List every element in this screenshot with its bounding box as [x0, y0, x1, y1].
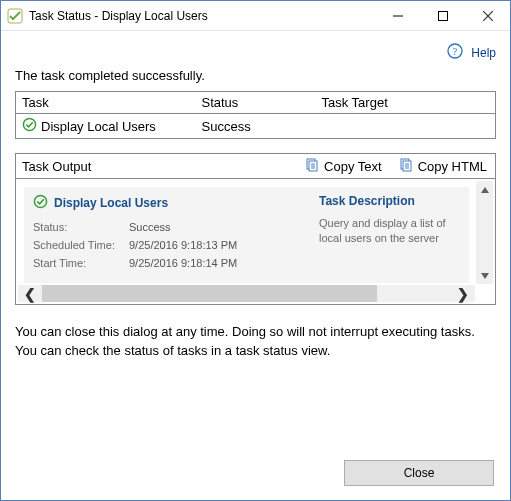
output-task-name: Display Local Users	[54, 196, 168, 210]
summary-header-row: Task Status Task Target	[16, 92, 496, 114]
scroll-right-icon[interactable]: ❯	[451, 285, 475, 302]
start-time-value: 9/25/2016 9:18:14 PM	[129, 256, 237, 271]
task-description-text: Query and display a list of local users …	[319, 216, 460, 247]
help-icon[interactable]: ?	[447, 43, 463, 62]
task-description-title: Task Description	[319, 194, 460, 208]
copy-html-label: Copy HTML	[418, 159, 487, 174]
table-row[interactable]: Display Local Users Success	[16, 114, 496, 139]
success-icon	[22, 117, 37, 135]
copy-text-button[interactable]: Copy Text	[296, 154, 390, 178]
close-window-button[interactable]	[465, 1, 510, 30]
task-target-cell	[316, 114, 496, 139]
task-status-cell: Success	[196, 114, 316, 139]
col-task: Task	[16, 92, 196, 114]
success-icon	[33, 194, 48, 212]
scroll-track[interactable]	[42, 285, 451, 302]
svg-text:?: ?	[453, 46, 458, 57]
scroll-up-icon[interactable]	[476, 181, 493, 198]
horizontal-scrollbar[interactable]: ❮ ❯	[18, 285, 475, 302]
task-name-cell: Display Local Users	[41, 119, 156, 134]
start-time-label: Start Time:	[33, 256, 129, 271]
maximize-button[interactable]	[420, 1, 465, 30]
scroll-left-icon[interactable]: ❮	[18, 285, 42, 302]
scheduled-time-value: 9/25/2016 9:18:13 PM	[129, 238, 237, 253]
hint-text: You can close this dialog at any time. D…	[15, 323, 496, 361]
svg-rect-2	[438, 11, 447, 20]
titlebar: Task Status - Display Local Users	[1, 1, 510, 31]
vertical-scrollbar[interactable]	[476, 181, 493, 284]
app-icon	[7, 8, 23, 24]
output-panel: Display Local Users Status: Success Sche…	[15, 179, 496, 305]
output-header: Task Output Copy Text Copy HTML	[15, 153, 496, 179]
svg-point-18	[34, 195, 46, 207]
copy-text-icon	[304, 158, 320, 174]
col-target: Task Target	[316, 92, 496, 114]
svg-point-7	[23, 118, 35, 130]
copy-html-icon	[398, 158, 414, 174]
scroll-down-icon[interactable]	[476, 267, 493, 284]
output-title: Task Output	[16, 159, 296, 174]
window-title: Task Status - Display Local Users	[29, 9, 375, 23]
scheduled-time-label: Scheduled Time:	[33, 238, 129, 253]
copy-text-label: Copy Text	[324, 159, 382, 174]
status-label: Status:	[33, 220, 129, 235]
completion-message: The task completed successfully.	[15, 68, 496, 83]
col-status: Status	[196, 92, 316, 114]
status-value: Success	[129, 220, 171, 235]
close-button[interactable]: Close	[344, 460, 494, 486]
minimize-button[interactable]	[375, 1, 420, 30]
help-link[interactable]: Help	[471, 46, 496, 60]
summary-table: Task Status Task Target Display Local	[15, 91, 496, 139]
output-body: Display Local Users Status: Success Sche…	[24, 187, 469, 283]
scroll-thumb[interactable]	[42, 285, 377, 302]
copy-html-button[interactable]: Copy HTML	[390, 154, 495, 178]
